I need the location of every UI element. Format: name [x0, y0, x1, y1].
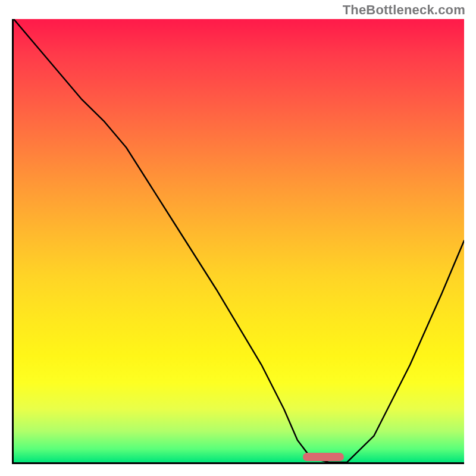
watermark-text: TheBottleneck.com [343, 2, 465, 18]
curve-svg [14, 19, 464, 462]
chart-container: TheBottleneck.com [0, 0, 476, 476]
bottleneck-curve [14, 19, 464, 462]
plot-area [12, 19, 464, 464]
optimal-marker [303, 453, 343, 461]
